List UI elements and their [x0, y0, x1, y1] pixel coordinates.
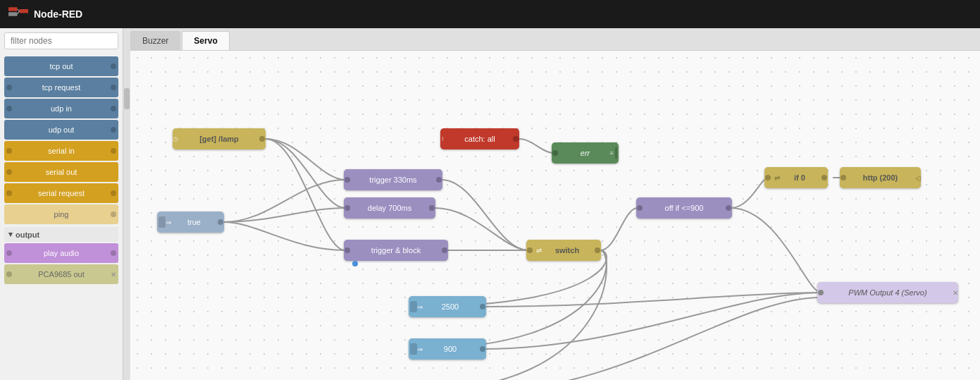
flow-node-get-lamp[interactable]: ◷ [get] /lamp [173, 128, 266, 149]
port-left [4, 78, 14, 97]
node-red-logo-icon [8, 7, 28, 21]
port-left [4, 120, 14, 140]
sidebar-item-tcp-out[interactable]: tcp out [4, 56, 118, 76]
filter-nodes-input[interactable] [4, 32, 118, 49]
sidebar-item-tcp-request[interactable]: tcp request [4, 78, 118, 97]
flow-node-delay-700ms[interactable]: delay 700ms [344, 197, 435, 219]
port-dot [6, 169, 12, 175]
sidebar-item-ping[interactable]: ping [4, 204, 118, 224]
port-right [440, 240, 448, 261]
port-dot [637, 205, 643, 211]
port-dot [218, 219, 223, 225]
flow-node-label: if 0 [780, 173, 819, 182]
sidebar-item-play-audio[interactable]: play audio [4, 243, 118, 263]
port-dot [436, 177, 442, 183]
port-dot [345, 177, 350, 183]
connections-svg [130, 51, 980, 380]
flow-node-label: 2500 [423, 302, 478, 311]
flow-node-label: PWM Output 4 (Servo) [826, 288, 950, 297]
tab-buzzer[interactable]: Buzzer [130, 31, 180, 50]
port-dot [821, 175, 827, 180]
flow-node-label: switch [542, 246, 593, 255]
port-left [4, 141, 14, 161]
port-right [216, 212, 224, 233]
flow-node-trigger-330ms[interactable]: trigger 330ms [344, 169, 442, 190]
sidebar-item-udp-out[interactable]: udp out [4, 120, 118, 140]
sidebar-item-serial-in[interactable]: serial in [4, 141, 118, 161]
sidebar-item-label: PCA9685 out [14, 270, 108, 278]
port-left [636, 197, 645, 219]
port-right [108, 120, 118, 140]
port-left [344, 197, 352, 219]
tab-servo[interactable]: Servo [182, 31, 229, 50]
svg-line-4 [18, 11, 20, 14]
port-dot [595, 247, 600, 253]
scroll-thumb [124, 88, 130, 109]
svg-rect-2 [19, 9, 28, 13]
sidebar-item-label: serial request [14, 189, 108, 197]
flow-canvas[interactable]: ◷ [get] /lamp ! catch: all [130, 51, 980, 380]
sidebar-item-pca9685-out[interactable]: PCA9685 out ✕ [4, 264, 118, 284]
sidebar-scrollbar[interactable] [123, 28, 130, 380]
flow-node-label: [get] /lamp [181, 135, 257, 143]
port-dot [442, 247, 447, 253]
flow-node-http-200[interactable]: http (200) ◁ [840, 167, 921, 188]
flow-node-err[interactable]: err ≡ [552, 142, 619, 164]
port-left [526, 240, 535, 261]
flow-node-900[interactable]: ⇒ 900 [409, 338, 486, 360]
port-right [108, 78, 118, 97]
port-right [108, 141, 118, 161]
port-dot [480, 304, 485, 309]
sidebar: tcp out tcp request udp in [0, 28, 123, 380]
port-dot [111, 127, 116, 133]
port-left: ! [440, 128, 449, 149]
port-left [4, 99, 14, 118]
port-dot [429, 205, 435, 211]
port-right [108, 243, 118, 263]
port-dot [6, 85, 12, 90]
port-dot [513, 136, 519, 142]
flow-node-true[interactable]: ⇒ true [157, 212, 224, 233]
port-dot [841, 175, 846, 180]
port-right [593, 240, 601, 261]
flow-node-if-0[interactable]: ⇌ if 0 [764, 167, 828, 188]
port-dot [527, 247, 533, 253]
port-left [840, 167, 848, 188]
flow-node-off-if-900[interactable]: off if <=900 [636, 197, 732, 219]
section-output[interactable]: ▾ output [4, 227, 118, 242]
port-left [552, 142, 560, 164]
port-dot [6, 271, 12, 277]
port-dot [111, 85, 116, 90]
flow-node-catch-all[interactable]: ! catch: all [440, 128, 519, 149]
sidebar-item-label: serial out [14, 168, 108, 176]
port-right [108, 56, 118, 76]
port-left [344, 169, 352, 190]
tabs-bar: Buzzer Servo [130, 28, 980, 51]
sidebar-item-serial-out[interactable]: serial out [4, 162, 118, 182]
flow-node-label: http (200) [848, 173, 912, 182]
flow-node-label: catch: all [449, 135, 511, 143]
port-dot [818, 290, 824, 295]
port-dot [6, 250, 12, 256]
flow-node-switch[interactable]: ⇌ switch [526, 240, 601, 261]
flow-node-trigger-block[interactable]: trigger & block [344, 240, 448, 261]
port-right [724, 197, 732, 219]
port-dot [726, 205, 731, 211]
port-dot [345, 247, 350, 253]
port-left [4, 243, 14, 263]
port-dot [6, 148, 12, 154]
port-right [427, 197, 435, 219]
flow-node-pwm-output[interactable]: PWM Output 4 (Servo) ✕ [817, 282, 958, 303]
sidebar-item-label: ping [14, 210, 108, 219]
sidebar-item-serial-request[interactable]: serial request [4, 183, 118, 203]
port-right [478, 338, 486, 360]
flow-node-2500[interactable]: ⇒ 2500 [409, 296, 486, 317]
flow-node-label: delay 700ms [352, 204, 427, 212]
sidebar-item-udp-in[interactable]: udp in [4, 99, 118, 118]
port-left [764, 167, 773, 188]
port-left [4, 162, 14, 182]
sidebar-item-label: udp out [14, 125, 108, 134]
flow-node-label: off if <=900 [645, 204, 724, 212]
port-right [434, 169, 442, 190]
topbar-logo: Node-RED [8, 7, 82, 21]
